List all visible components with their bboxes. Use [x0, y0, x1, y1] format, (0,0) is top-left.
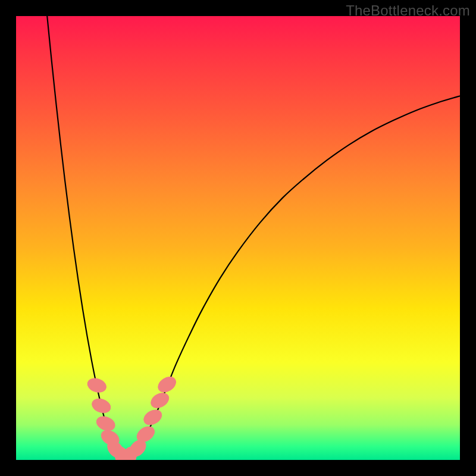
marker-point	[134, 424, 157, 445]
curve-layer	[16, 16, 460, 460]
marker-point	[99, 427, 122, 448]
marker-point	[126, 437, 149, 459]
attribution-text: TheBottleneck.com	[346, 2, 470, 19]
curve-right-branch	[127, 96, 461, 458]
marker-point	[104, 438, 126, 460]
marker-point	[155, 374, 178, 395]
marker-point	[95, 414, 117, 433]
marker-group	[86, 374, 178, 460]
marker-point	[141, 407, 164, 428]
marker-point	[113, 446, 130, 460]
chart-frame: TheBottleneck.com	[0, 0, 476, 476]
marker-point	[86, 376, 108, 394]
plot-area	[16, 16, 460, 460]
curve-left-branch	[47, 16, 123, 459]
marker-point	[90, 396, 112, 415]
marker-point	[148, 390, 171, 411]
marker-point	[121, 446, 138, 460]
